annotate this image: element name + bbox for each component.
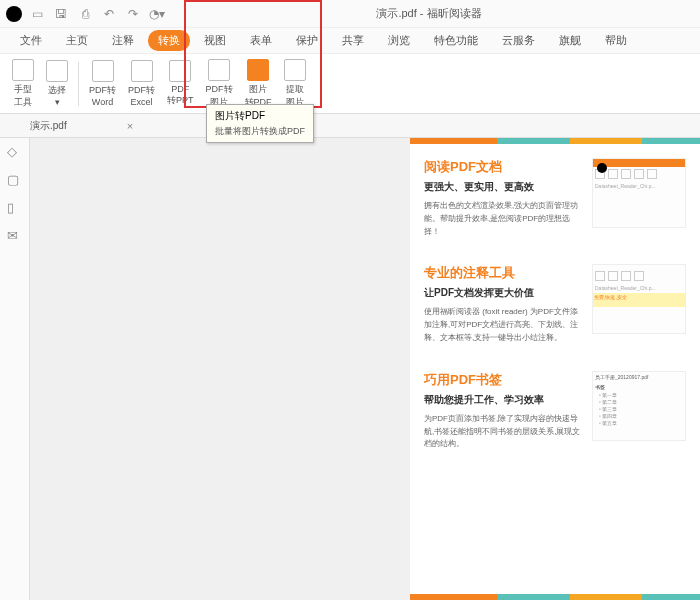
bottom-stripe <box>410 594 700 600</box>
section1-body: 拥有出色的文档渲染效果,强大的页面管理功能。帮助提升效率,是您阅读PDF的理想选… <box>424 200 582 238</box>
pdf-to-image-button[interactable]: PDF转图片 <box>200 57 239 111</box>
menu-home[interactable]: 主页 <box>56 30 98 51</box>
pdf-to-word-button[interactable]: PDF转Word <box>83 58 122 109</box>
window-title: 演示.pdf - 福昕阅读器 <box>164 6 694 21</box>
thumb-badge: 免费,快速,安全 <box>593 293 685 301</box>
save-icon[interactable]: 🖫 <box>54 7 68 21</box>
section3-subtitle: 帮助您提升工作、学习效率 <box>424 393 582 407</box>
tooltip-desc: 批量将图片转换成PDF <box>215 125 305 138</box>
section1-subtitle: 更强大、更实用、更高效 <box>424 180 582 194</box>
section2-body: 使用福昕阅读器 (foxit reader) 为PDF文件添加注释,可对PDF文… <box>424 306 582 344</box>
section2-subtitle: 让PDF文档发挥更大价值 <box>424 286 582 300</box>
menu-form[interactable]: 表单 <box>240 30 282 51</box>
section3-title: 巧用PDF书签 <box>424 371 582 389</box>
select-tool-button[interactable]: 选择▾ <box>40 58 74 109</box>
open-icon[interactable]: ▭ <box>30 7 44 21</box>
section3-thumbnail: 员工手册_20120917.pdf 书签 ▫ 第一章▫ 第二章▫ 第三章▫ 第四… <box>592 371 686 441</box>
menu-comment[interactable]: 注释 <box>102 30 144 51</box>
menu-view[interactable]: 视图 <box>194 30 236 51</box>
pdf-page: 阅读PDF文档 更强大、更实用、更高效 拥有出色的文档渲染效果,强大的页面管理功… <box>410 138 700 600</box>
tab-label: 演示.pdf <box>30 119 67 133</box>
document-tab[interactable]: 演示.pdf × <box>30 119 133 133</box>
redo-icon[interactable]: ↷ <box>126 7 140 21</box>
menu-features[interactable]: 特色功能 <box>424 30 488 51</box>
document-tabbar: 演示.pdf × <box>0 114 700 138</box>
undo-icon[interactable]: ↶ <box>102 7 116 21</box>
pdf-to-excel-button[interactable]: PDF转Excel <box>122 58 161 109</box>
menu-flagship[interactable]: 旗舰 <box>549 30 591 51</box>
tooltip: 图片转PDF 批量将图片转换成PDF <box>206 104 314 143</box>
menu-file[interactable]: 文件 <box>10 30 52 51</box>
menu-browse[interactable]: 浏览 <box>378 30 420 51</box>
app-icon <box>6 6 22 22</box>
page-icon[interactable]: ▯ <box>7 200 23 216</box>
ribbon: 手型工具 选择▾ PDF转Word PDF转Excel PDF转PPT PDF转… <box>0 54 700 114</box>
section2-thumbnail: Datasheet_Reader_Chi.p... 免费,快速,安全 <box>592 264 686 334</box>
section2-title: 专业的注释工具 <box>424 264 582 282</box>
print-icon[interactable]: ⎙ <box>78 7 92 21</box>
menubar: 文件 主页 注释 转换 视图 表单 保护 共享 浏览 特色功能 云服务 旗舰 帮… <box>0 28 700 54</box>
section1-thumbnail: Datasheet_Reader_Chi.p... <box>592 158 686 228</box>
more-icon[interactable]: ◔▾ <box>150 7 164 21</box>
hand-tool-button[interactable]: 手型工具 <box>6 57 40 111</box>
menu-help[interactable]: 帮助 <box>595 30 637 51</box>
tag-icon[interactable]: ◇ <box>7 144 23 160</box>
document-canvas[interactable]: 阅读PDF文档 更强大、更实用、更高效 拥有出色的文档渲染效果,强大的页面管理功… <box>30 138 700 600</box>
side-panel: ◇ ▢ ▯ ✉ <box>0 138 30 600</box>
section3-body: 为PDF页面添加书签,除了实现内容的快速导航,书签还能指明不同书签的层级关系,展… <box>424 413 582 451</box>
tooltip-title: 图片转PDF <box>215 109 305 123</box>
titlebar: ▭ 🖫 ⎙ ↶ ↷ ◔▾ 演示.pdf - 福昕阅读器 <box>0 0 700 28</box>
tab-close-icon[interactable]: × <box>127 120 133 132</box>
section1-title: 阅读PDF文档 <box>424 158 582 176</box>
menu-cloud[interactable]: 云服务 <box>492 30 545 51</box>
menu-protect[interactable]: 保护 <box>286 30 328 51</box>
comment-icon[interactable]: ✉ <box>7 228 23 244</box>
extract-image-button[interactable]: 提取图片 <box>278 57 312 111</box>
image-to-pdf-button[interactable]: 图片转PDF <box>239 57 278 111</box>
menu-share[interactable]: 共享 <box>332 30 374 51</box>
menu-convert[interactable]: 转换 <box>148 30 190 51</box>
bookmark-icon[interactable]: ▢ <box>7 172 23 188</box>
pdf-to-ppt-button[interactable]: PDF转PPT <box>161 58 200 109</box>
